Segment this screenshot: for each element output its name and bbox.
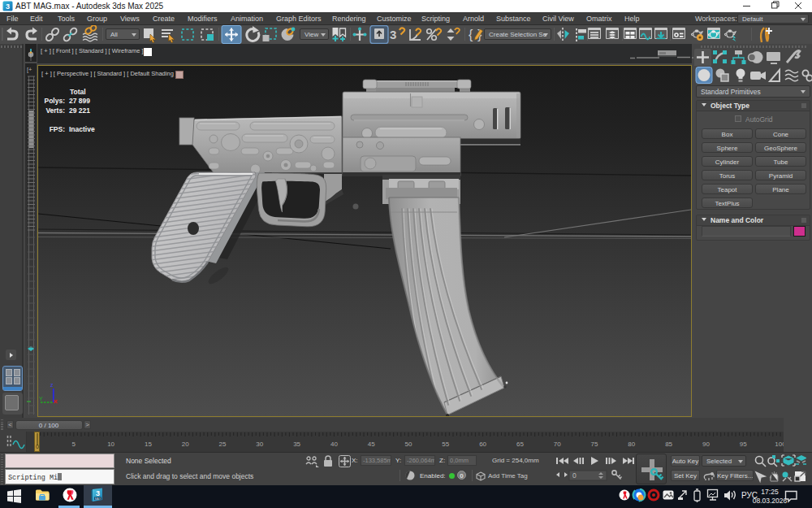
svg-text:z: z — [50, 382, 54, 388]
svg-text:0: 0 — [572, 471, 577, 480]
svg-text:80: 80 — [628, 441, 635, 448]
svg-text:40: 40 — [330, 441, 338, 448]
svg-text:95: 95 — [740, 441, 747, 448]
svg-text:50: 50 — [405, 441, 412, 448]
svg-text:3: 3 — [390, 28, 396, 41]
svg-text:[+: [+ — [27, 66, 32, 73]
svg-text:Y: Y — [39, 396, 43, 402]
svg-text:15: 15 — [145, 441, 152, 448]
svg-text:55: 55 — [442, 441, 449, 448]
svg-text:{: { — [469, 28, 473, 41]
svg-text:10: 10 — [107, 441, 114, 448]
svg-text:60: 60 — [479, 441, 486, 448]
svg-text:5: 5 — [72, 441, 76, 448]
svg-text:45: 45 — [368, 441, 375, 448]
svg-text:35: 35 — [293, 441, 300, 448]
svg-text:85: 85 — [665, 441, 672, 448]
svg-text:MAX: MAX — [95, 497, 102, 501]
svg-text:30: 30 — [256, 441, 263, 448]
svg-text:20: 20 — [182, 441, 189, 448]
svg-text:75: 75 — [591, 441, 598, 448]
svg-text:70: 70 — [554, 441, 561, 448]
svg-text:3: 3 — [6, 2, 10, 11]
svg-text:90: 90 — [702, 441, 710, 448]
svg-text:100: 100 — [775, 441, 784, 448]
svg-text:25: 25 — [219, 441, 227, 448]
svg-text:3: 3 — [96, 489, 100, 497]
svg-text:65: 65 — [516, 441, 524, 448]
